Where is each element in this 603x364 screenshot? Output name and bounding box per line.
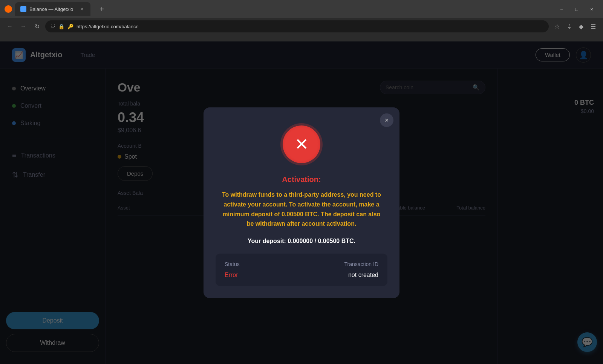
nav-actions: ☆ ⇣ ◆ ☰ [552, 21, 598, 32]
modal-body: Activation: To withdraw funds to a third… [204, 175, 399, 298]
firefox-icon [5, 5, 12, 13]
new-tab-button[interactable]: + [96, 4, 107, 14]
status-value: Error [225, 272, 238, 278]
browser-titlebar: Balance — Altgetxio × + − □ × [0, 0, 603, 18]
tab-title: Balance — Altgetxio [29, 6, 75, 12]
address-bar[interactable]: 🛡 🔒 🔑 https://altgetxio.com/balance [45, 20, 549, 32]
browser-navbar: ← → ↻ 🛡 🔒 🔑 https://altgetxio.com/balanc… [0, 18, 603, 35]
browser-tab[interactable]: Balance — Altgetxio × [15, 2, 90, 16]
txn-header: Transaction ID [344, 261, 378, 267]
txn-id-value: not created [348, 272, 378, 278]
error-x-icon: ✕ [295, 136, 309, 153]
activation-modal: × ✕ Activation: To withdraw funds to a t… [204, 107, 399, 298]
modal-overlay: × ✕ Activation: To withdraw funds to a t… [0, 41, 603, 364]
forward-button[interactable]: → [18, 21, 29, 32]
error-circle: ✕ [283, 125, 320, 163]
modal-table-header: Status Transaction ID [225, 261, 378, 267]
minimize-button[interactable]: − [555, 4, 568, 14]
modal-title: Activation: [219, 175, 384, 184]
back-button[interactable]: ← [5, 21, 15, 32]
modal-deposit-info: Your deposit: 0.000000 / 0.00500 BTC. [219, 238, 384, 245]
browser-chrome: Balance — Altgetxio × + − □ × ← → ↻ 🛡 🔒 … [0, 0, 603, 41]
lock-icon: 🔒 [58, 24, 64, 29]
menu-button[interactable]: ☰ [588, 21, 598, 32]
close-button[interactable]: × [585, 4, 598, 14]
reload-button[interactable]: ↻ [32, 21, 42, 32]
modal-message: To withdraw funds to a third-party addre… [219, 190, 384, 228]
bookmark-button[interactable]: ☆ [552, 21, 562, 32]
modal-table: Status Transaction ID Error not created [216, 254, 387, 286]
shield-icon: 🛡 [51, 24, 55, 29]
modal-table-row: Error not created [225, 272, 378, 278]
maximize-button[interactable]: □ [570, 4, 583, 14]
extensions-button[interactable]: ◆ [576, 21, 586, 32]
status-header: Status [225, 261, 240, 267]
pocket-button[interactable]: ⇣ [564, 21, 574, 32]
url-text: https://altgetxio.com/balance [77, 24, 139, 29]
modal-icon-area: ✕ [204, 107, 399, 175]
key-icon: 🔑 [67, 24, 73, 29]
tab-favicon [20, 6, 26, 12]
window-controls: − □ × [555, 4, 598, 14]
app-wrapper: 📈 Altgetxio Trade Wallet 👤 Overview Conv… [0, 41, 603, 364]
tab-close-button[interactable]: × [78, 6, 85, 12]
